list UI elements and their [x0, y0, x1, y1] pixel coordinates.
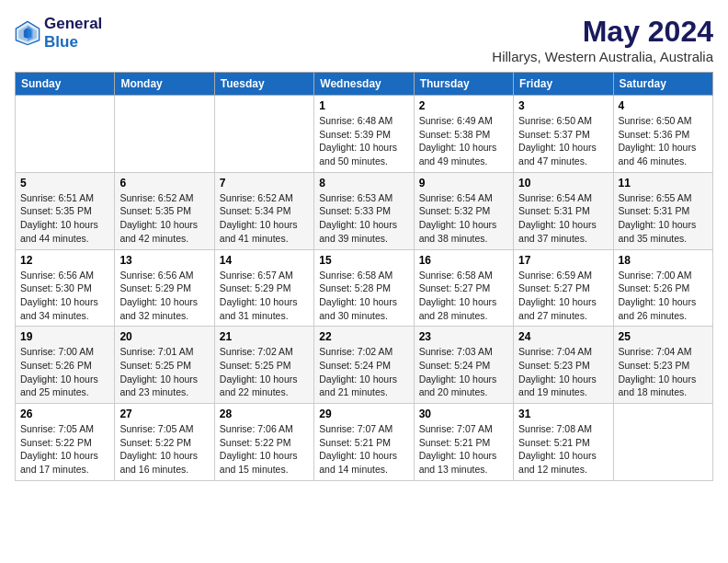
- title-block: May 2024 Hillarys, Western Australia, Au…: [492, 15, 713, 64]
- calendar-header-row: SundayMondayTuesdayWednesdayThursdayFrid…: [16, 73, 713, 96]
- calendar-cell: 17Sunrise: 6:59 AM Sunset: 5:27 PM Dayli…: [514, 249, 613, 327]
- calendar-cell: 1Sunrise: 6:48 AM Sunset: 5:39 PM Daylig…: [314, 96, 414, 173]
- day-number: 30: [419, 408, 508, 420]
- day-number: 25: [619, 330, 708, 343]
- day-number: 17: [518, 254, 608, 267]
- day-info: Sunrise: 6:54 AM Sunset: 5:31 PM Dayligh…: [518, 191, 608, 246]
- day-info: Sunrise: 7:07 AM Sunset: 5:21 PM Dayligh…: [419, 422, 508, 477]
- day-number: 5: [20, 177, 109, 190]
- day-number: 15: [319, 254, 408, 267]
- calendar-cell: 10Sunrise: 6:54 AM Sunset: 5:31 PM Dayli…: [514, 172, 613, 249]
- calendar-week-row: 12Sunrise: 6:56 AM Sunset: 5:30 PM Dayli…: [16, 249, 713, 327]
- calendar-cell: 8Sunrise: 6:53 AM Sunset: 5:33 PM Daylig…: [314, 172, 414, 249]
- weekday-header: Monday: [115, 73, 214, 96]
- day-info: Sunrise: 6:52 AM Sunset: 5:34 PM Dayligh…: [220, 191, 309, 246]
- weekday-header: Wednesday: [314, 73, 414, 96]
- day-info: Sunrise: 6:56 AM Sunset: 5:30 PM Dayligh…: [20, 269, 109, 323]
- day-info: Sunrise: 6:49 AM Sunset: 5:38 PM Dayligh…: [419, 114, 508, 168]
- day-info: Sunrise: 7:05 AM Sunset: 5:22 PM Dayligh…: [119, 422, 209, 477]
- calendar-cell: 11Sunrise: 6:55 AM Sunset: 5:31 PM Dayli…: [613, 172, 712, 249]
- day-number: 9: [419, 177, 508, 190]
- calendar-cell: 27Sunrise: 7:05 AM Sunset: 5:22 PM Dayli…: [115, 404, 214, 481]
- day-info: Sunrise: 7:02 AM Sunset: 5:25 PM Dayligh…: [220, 345, 309, 399]
- calendar-cell: 12Sunrise: 6:56 AM Sunset: 5:30 PM Dayli…: [16, 249, 115, 327]
- day-number: 29: [319, 408, 408, 420]
- day-info: Sunrise: 6:55 AM Sunset: 5:31 PM Dayligh…: [619, 191, 708, 246]
- calendar-cell: 16Sunrise: 6:58 AM Sunset: 5:27 PM Dayli…: [414, 249, 513, 327]
- day-info: Sunrise: 6:59 AM Sunset: 5:27 PM Dayligh…: [518, 269, 608, 323]
- day-info: Sunrise: 6:51 AM Sunset: 5:35 PM Dayligh…: [20, 191, 109, 246]
- day-number: 7: [220, 177, 309, 190]
- calendar-cell: 15Sunrise: 6:58 AM Sunset: 5:28 PM Dayli…: [314, 249, 414, 327]
- day-info: Sunrise: 6:48 AM Sunset: 5:39 PM Dayligh…: [319, 114, 408, 168]
- logo-text: General Blue: [44, 15, 102, 52]
- calendar-cell: 18Sunrise: 7:00 AM Sunset: 5:26 PM Dayli…: [613, 249, 712, 327]
- page-header: General Blue May 2024 Hillarys, Western …: [15, 15, 713, 64]
- day-number: 20: [119, 330, 209, 343]
- calendar-cell: 5Sunrise: 6:51 AM Sunset: 5:35 PM Daylig…: [16, 172, 115, 249]
- day-info: Sunrise: 7:06 AM Sunset: 5:22 PM Dayligh…: [220, 422, 309, 477]
- day-number: 10: [518, 177, 608, 190]
- calendar-cell: [16, 96, 115, 173]
- day-info: Sunrise: 7:07 AM Sunset: 5:21 PM Dayligh…: [319, 422, 408, 477]
- logo: General Blue: [15, 15, 102, 52]
- day-number: 19: [20, 330, 109, 343]
- day-number: 12: [20, 254, 109, 267]
- day-info: Sunrise: 6:50 AM Sunset: 5:37 PM Dayligh…: [518, 114, 608, 168]
- calendar-cell: 4Sunrise: 6:50 AM Sunset: 5:36 PM Daylig…: [613, 96, 712, 173]
- day-info: Sunrise: 7:00 AM Sunset: 5:26 PM Dayligh…: [20, 345, 109, 399]
- calendar-cell: 14Sunrise: 6:57 AM Sunset: 5:29 PM Dayli…: [214, 249, 313, 327]
- day-info: Sunrise: 6:58 AM Sunset: 5:27 PM Dayligh…: [419, 269, 508, 323]
- day-number: 3: [518, 99, 608, 112]
- day-info: Sunrise: 6:58 AM Sunset: 5:28 PM Dayligh…: [319, 269, 408, 323]
- calendar-cell: 25Sunrise: 7:04 AM Sunset: 5:23 PM Dayli…: [613, 327, 712, 404]
- calendar-week-row: 5Sunrise: 6:51 AM Sunset: 5:35 PM Daylig…: [16, 172, 713, 249]
- day-info: Sunrise: 7:00 AM Sunset: 5:26 PM Dayligh…: [619, 269, 708, 323]
- day-number: 2: [419, 99, 508, 112]
- weekday-header: Thursday: [414, 73, 513, 96]
- day-number: 22: [319, 330, 408, 343]
- day-info: Sunrise: 7:04 AM Sunset: 5:23 PM Dayligh…: [619, 345, 708, 399]
- calendar-week-row: 26Sunrise: 7:05 AM Sunset: 5:22 PM Dayli…: [16, 404, 713, 481]
- calendar-cell: 13Sunrise: 6:56 AM Sunset: 5:29 PM Dayli…: [115, 249, 214, 327]
- day-number: 26: [20, 408, 109, 420]
- day-number: 18: [619, 254, 708, 267]
- calendar-cell: 22Sunrise: 7:02 AM Sunset: 5:24 PM Dayli…: [314, 327, 414, 404]
- calendar-cell: 21Sunrise: 7:02 AM Sunset: 5:25 PM Dayli…: [214, 327, 313, 404]
- day-info: Sunrise: 7:05 AM Sunset: 5:22 PM Dayligh…: [20, 422, 109, 477]
- day-info: Sunrise: 7:01 AM Sunset: 5:25 PM Dayligh…: [119, 345, 209, 399]
- calendar-week-row: 1Sunrise: 6:48 AM Sunset: 5:39 PM Daylig…: [16, 96, 713, 173]
- day-number: 21: [220, 330, 309, 343]
- calendar-cell: [115, 96, 214, 173]
- day-info: Sunrise: 7:08 AM Sunset: 5:21 PM Dayligh…: [518, 422, 608, 477]
- day-number: 31: [518, 408, 608, 420]
- weekday-header: Sunday: [16, 73, 115, 96]
- weekday-header: Friday: [514, 73, 613, 96]
- calendar-cell: 31Sunrise: 7:08 AM Sunset: 5:21 PM Dayli…: [514, 404, 613, 481]
- day-number: 6: [119, 177, 209, 190]
- day-number: 27: [119, 408, 209, 420]
- day-info: Sunrise: 7:04 AM Sunset: 5:23 PM Dayligh…: [518, 345, 608, 399]
- day-info: Sunrise: 7:03 AM Sunset: 5:24 PM Dayligh…: [419, 345, 508, 399]
- day-number: 16: [419, 254, 508, 267]
- weekday-header: Saturday: [613, 73, 712, 96]
- calendar-cell: 2Sunrise: 6:49 AM Sunset: 5:38 PM Daylig…: [414, 96, 513, 173]
- day-number: 23: [419, 330, 508, 343]
- calendar-cell: 7Sunrise: 6:52 AM Sunset: 5:34 PM Daylig…: [214, 172, 313, 249]
- day-info: Sunrise: 6:50 AM Sunset: 5:36 PM Dayligh…: [619, 114, 708, 168]
- day-number: 14: [220, 254, 309, 267]
- calendar-cell: 24Sunrise: 7:04 AM Sunset: 5:23 PM Dayli…: [514, 327, 613, 404]
- month-title: May 2024: [492, 15, 713, 49]
- logo-icon: [15, 20, 40, 46]
- calendar-cell: 29Sunrise: 7:07 AM Sunset: 5:21 PM Dayli…: [314, 404, 414, 481]
- day-info: Sunrise: 6:57 AM Sunset: 5:29 PM Dayligh…: [220, 269, 309, 323]
- weekday-header: Tuesday: [214, 73, 313, 96]
- calendar-table: SundayMondayTuesdayWednesdayThursdayFrid…: [15, 72, 713, 481]
- day-info: Sunrise: 6:56 AM Sunset: 5:29 PM Dayligh…: [119, 269, 209, 323]
- day-info: Sunrise: 6:54 AM Sunset: 5:32 PM Dayligh…: [419, 191, 508, 246]
- day-number: 1: [319, 99, 408, 112]
- calendar-cell: 19Sunrise: 7:00 AM Sunset: 5:26 PM Dayli…: [16, 327, 115, 404]
- calendar-cell: 28Sunrise: 7:06 AM Sunset: 5:22 PM Dayli…: [214, 404, 313, 481]
- day-info: Sunrise: 6:53 AM Sunset: 5:33 PM Dayligh…: [319, 191, 408, 246]
- day-number: 11: [619, 177, 708, 190]
